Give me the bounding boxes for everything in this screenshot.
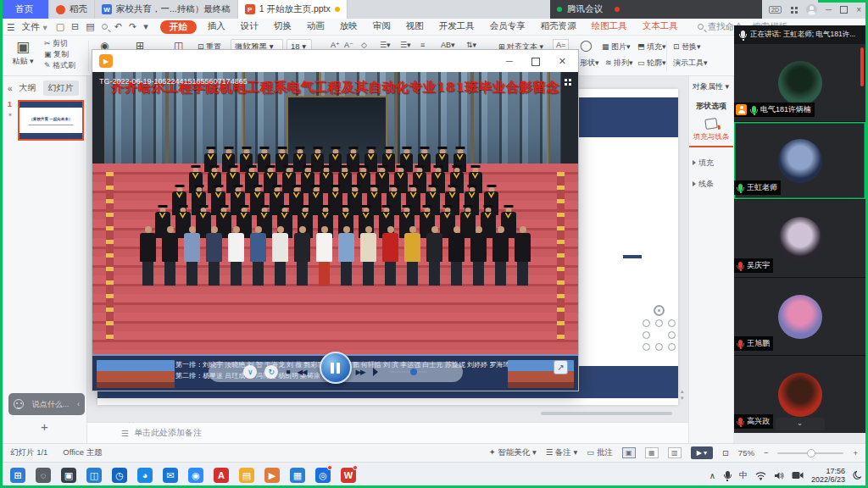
arrange-button[interactable]: ≋ 排列▾ [605, 58, 633, 69]
ribbon-tab-会员专享[interactable]: 会员专享 [482, 20, 533, 34]
taskbar-app-media-player[interactable]: ▶ [262, 465, 282, 485]
notes-bar[interactable]: ·· ☰ 单击此处添加备注 [87, 422, 688, 443]
taskbar-app-search[interactable]: ◌ [33, 465, 53, 485]
copy-button[interactable]: ▣ 复制 [44, 49, 75, 60]
sorter-view-button[interactable]: ▦ [645, 447, 659, 458]
player-maximize-button[interactable] [531, 58, 540, 66]
comments-button[interactable]: ▭ 批注 [587, 447, 613, 458]
open-icon[interactable]: ▢ [56, 21, 64, 32]
forward-button[interactable]: ▶▶ [356, 368, 365, 376]
video-content[interactable]: 齐齐哈尔工程学院机电工程系电气工程及其自动化专业181班毕业合影留念 TG-20… [92, 72, 578, 391]
shapes-gallery-icon[interactable]: ◯ [580, 39, 593, 52]
taskbar-app-photos[interactable]: ▦ [287, 465, 308, 485]
ime-indicator[interactable]: 中 [739, 469, 748, 481]
taskbar-app-clock-app[interactable]: ◷ [109, 465, 130, 485]
ribbon-tab-开始[interactable]: 开始 [160, 20, 197, 34]
add-slide-button[interactable]: + [3, 419, 86, 434]
minimize-button[interactable]: ─ [826, 5, 832, 14]
shape-options-tab[interactable]: 形状选项 [689, 97, 733, 115]
tab-word-doc[interactable]: W 家校共育，一...持稿）最终稿 [95, 0, 238, 19]
horizontal-scrollbar[interactable] [541, 412, 672, 415]
collapse-panel-icon[interactable]: « [8, 84, 13, 93]
video-player-window[interactable]: ▶ ─ ✕ 齐齐哈尔工程学院机电工程系电气工程及其自动化专业181班毕业合影留念… [92, 49, 579, 391]
volume-icon[interactable] [373, 368, 382, 376]
redo-icon[interactable]: ↷ [129, 21, 136, 32]
tab-ppt-doc[interactable]: P 1 开始放主页.pptx [238, 0, 348, 19]
chat-placeholder[interactable]: 说点什么... [28, 399, 73, 410]
cut-button[interactable]: ✂ 剪切 [44, 38, 75, 49]
participant-tile[interactable]: 王旭鹏 [734, 278, 865, 355]
notes-toggle-button[interactable]: ☰ 备注 ▾ [546, 447, 578, 458]
taskbar-app-tencent-meeting[interactable]: ◎ [313, 465, 333, 485]
line-expander[interactable]: 线条 [689, 169, 733, 190]
night-mode-icon[interactable] [853, 470, 863, 480]
outline-button[interactable]: ▭ 轮廓▾ [637, 58, 666, 69]
numbered-list-icon[interactable]: ☰▾ [400, 41, 411, 49]
ribbon-tab-设计[interactable]: 设计 [233, 20, 266, 34]
ribbon-tab-插入[interactable]: 插入 [200, 20, 233, 34]
ribbon-tab-稻壳资源[interactable]: 稻壳资源 [533, 20, 584, 34]
chat-collapse-icon[interactable]: ‹ [77, 400, 80, 408]
theme-name[interactable]: Office 主题 [63, 447, 102, 458]
ribbon-tab-视图[interactable]: 视图 [398, 20, 431, 34]
collapse-participants-button[interactable]: ⌄ [776, 418, 825, 430]
zoom-out-button[interactable]: − [764, 448, 769, 458]
ribbon-tab-放映[interactable]: 放映 [332, 20, 365, 34]
tray-mic-icon[interactable] [726, 471, 730, 478]
hamburger-menu-icon[interactable]: ☰ [7, 22, 14, 32]
decrease-font-icon[interactable]: A⁻ [344, 41, 353, 49]
taskbar-app-zoom[interactable]: ◉ [186, 465, 206, 485]
scroll-up-arrow[interactable]: ▴▾ [681, 388, 684, 402]
fill-button[interactable]: ⬒ 填充▾ [637, 42, 666, 53]
taskbar-app-wps[interactable]: W [338, 465, 359, 485]
taskbar-app-desktop-app[interactable]: ▣ [58, 465, 79, 485]
participant-tile[interactable]: 王虹老师 [734, 122, 865, 199]
participant-tile[interactable]: 吴庆宇 [734, 200, 865, 277]
wifi-icon[interactable] [755, 471, 766, 480]
ribbon-tooltab-绘图工具[interactable]: 绘图工具 [584, 20, 635, 34]
participant-scrollbar[interactable] [860, 47, 864, 86]
fill-line-section[interactable]: 填充与线条 [689, 130, 733, 147]
text-direction-icon[interactable]: AB▾ [441, 41, 455, 49]
taskbar-app-edge[interactable]: ◕ [135, 465, 155, 485]
normal-view-button[interactable]: ▣ [622, 447, 636, 458]
taskbar-app-widgets[interactable]: ◫ [84, 465, 104, 485]
camera-icon[interactable] [792, 471, 804, 480]
bullet-list-icon[interactable]: ☰▾ [380, 41, 391, 49]
taskbar-app-file-explorer[interactable]: ▤ [236, 465, 257, 485]
print-icon[interactable]: ▤ [86, 21, 94, 32]
undo-icon[interactable]: ↶ [114, 21, 122, 32]
tray-expand-icon[interactable]: ∧ [709, 471, 715, 480]
ribbon-tab-审阅[interactable]: 审阅 [365, 20, 398, 34]
selection-handles[interactable] [643, 305, 676, 349]
notes-drag-handle[interactable]: ·· [128, 419, 136, 426]
tab-docer[interactable]: 稻壳 [49, 0, 95, 19]
app-grid-icon[interactable] [790, 6, 798, 14]
player-minimize-button[interactable]: ─ [506, 56, 513, 67]
format-painter-button[interactable]: ✎ 格式刷 [44, 60, 75, 71]
outline-tab[interactable]: 大纲 [19, 82, 36, 94]
volume-icon-tray[interactable] [774, 471, 784, 480]
zoom-level[interactable]: 75% [738, 448, 754, 458]
meeting-chat-bubble[interactable]: 说点什么... ‹ [8, 393, 85, 415]
indent-icon[interactable]: ≡ [420, 41, 425, 49]
stop-button[interactable]: ■ [286, 368, 289, 376]
fit-window-icon[interactable]: ⊡ [722, 448, 729, 458]
replace-button[interactable]: ⊡ 替换▾ [673, 42, 701, 53]
fill-expander[interactable]: 填充 [689, 147, 733, 169]
more-icon[interactable]: ▾ [143, 21, 148, 32]
file-menu[interactable]: 文件 [21, 21, 39, 33]
close-button[interactable]: × [856, 5, 861, 14]
present-tools-button[interactable]: 演示工具▾ [673, 58, 708, 69]
beautify-button[interactable]: ✦ 智能美化 ▾ [489, 447, 537, 458]
picture-button[interactable]: ▦ 图片▾ [602, 42, 631, 53]
shapes-button[interactable]: 形状▾ [580, 58, 599, 69]
zoom-slider[interactable] [777, 452, 843, 454]
fullscreen-icon[interactable] [564, 78, 571, 86]
ribbon-tab-切换[interactable]: 切换 [266, 20, 299, 34]
zoom-in-button[interactable]: + [853, 448, 858, 458]
increase-font-icon[interactable]: A⁺ [331, 41, 340, 49]
ribbon-tab-开发工具[interactable]: 开发工具 [431, 20, 482, 34]
taskbar-clock[interactable]: 17:56 2022/6/23 [811, 467, 845, 484]
slides-tab[interactable]: 幻灯片 [43, 80, 79, 96]
